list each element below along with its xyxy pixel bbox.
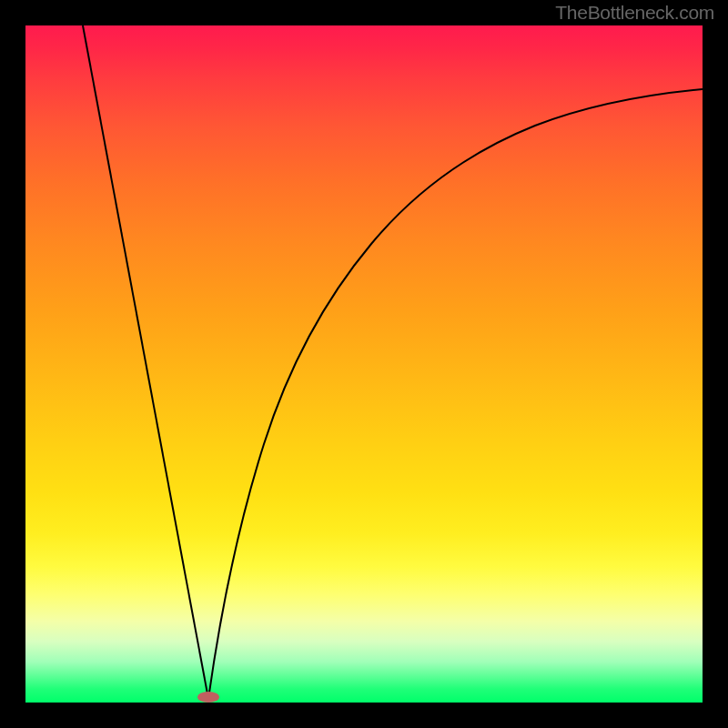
plot-area bbox=[25, 25, 703, 703]
watermark-text: TheBottleneck.com bbox=[555, 2, 714, 24]
chart-svg bbox=[25, 25, 703, 703]
bottleneck-curve-right bbox=[208, 89, 703, 699]
bottleneck-curve-left bbox=[83, 25, 208, 699]
minimum-marker bbox=[197, 692, 219, 703]
